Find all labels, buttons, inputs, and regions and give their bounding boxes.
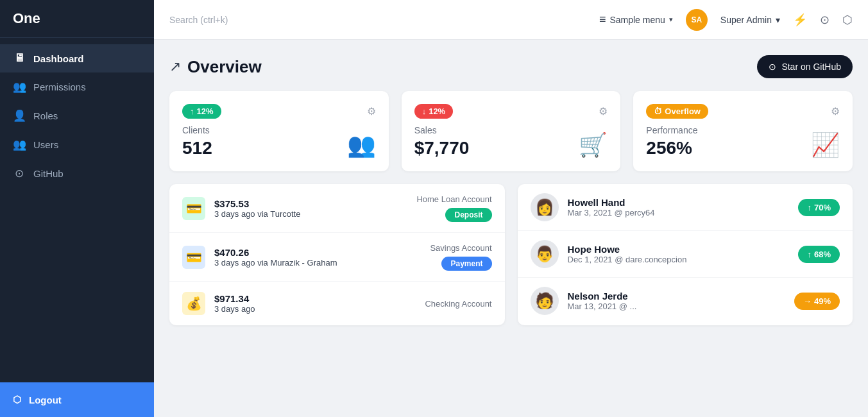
clients-badge: ↑ 12% <box>182 104 221 119</box>
txn-icon-3: 💰 <box>182 292 205 315</box>
clients-settings-icon[interactable]: ⚙ <box>367 105 376 117</box>
contact-avatar-1: 👩 <box>531 193 559 221</box>
contact-name-3: Nelson Jerde <box>568 291 785 302</box>
contact-info-2: Hope Howe Dec 1, 2021 @ dare.concepcion <box>568 244 790 264</box>
txn-time-3: 3 days ago <box>214 304 416 314</box>
transaction-row-1: 💳 $375.53 3 days ago via Turcotte Home L… <box>169 184 505 233</box>
clients-value: 512 <box>182 138 212 158</box>
txn-right-3: Checking Account <box>425 299 491 309</box>
github-star-button[interactable]: ⊙ Star on GitHub <box>757 55 853 78</box>
roles-icon: 👤 <box>13 109 26 123</box>
topbar: Search (ctrl+k) ≡ Sample menu ▾ SA Super… <box>154 0 868 40</box>
sidebar-label-permissions: Permissions <box>33 81 86 92</box>
wifi-icon[interactable]: ⚡ <box>793 13 807 27</box>
user-chevron-icon: ▾ <box>776 15 780 25</box>
logout-topbar-icon[interactable]: ⬡ <box>842 13 853 27</box>
contact-row-3: 🧑 Nelson Jerde Mar 13, 2021 @ ... → 49% <box>518 278 853 324</box>
github-btn-icon: ⊙ <box>769 62 776 72</box>
contact-badge-2: ↑ 68% <box>798 246 840 263</box>
performance-label: Performance <box>646 125 697 135</box>
txn-amount-2: $470.26 <box>214 247 421 258</box>
menu-chevron-icon: ▾ <box>669 15 673 24</box>
menu-label: Sample menu <box>609 15 665 25</box>
dashboard-icon: 🖥 <box>13 52 26 65</box>
stat-card-clients: ↑ 12% ⚙ Clients 512 👥 <box>169 91 389 171</box>
app-logo: One <box>0 0 154 38</box>
clients-icon: 👥 <box>347 132 376 158</box>
logout-button[interactable]: ⬡ Logout <box>0 382 154 417</box>
users-icon: 👥 <box>13 138 26 151</box>
stats-row: ↑ 12% ⚙ Clients 512 👥 ↓ <box>169 91 853 171</box>
stat-card-top-performance: ⏱ Overflow ⚙ <box>646 104 840 119</box>
sales-badge-label: 12% <box>429 106 445 116</box>
txn-details-3: $971.34 3 days ago <box>214 293 416 314</box>
clients-label: Clients <box>182 125 212 135</box>
sidebar: One 🖥 Dashboard 👥 Permissions 👤 Roles 👥 … <box>0 0 154 417</box>
txn-right-2: Savings Account Payment <box>430 243 491 271</box>
sidebar-label-github: GitHub <box>33 168 64 179</box>
clients-badge-arrow: ↑ <box>190 106 194 116</box>
performance-value: 256% <box>646 138 697 158</box>
stat-card-body-sales: Sales $7,770 🛒 <box>414 125 608 158</box>
txn-details-2: $470.26 3 days ago via Murazik - Graham <box>214 247 421 268</box>
sidebar-label-dashboard: Dashboard <box>33 53 83 64</box>
contact-avatar-3: 🧑 <box>531 287 559 315</box>
github-sidebar-icon: ⊙ <box>13 167 26 180</box>
contacts-panel: 👩 Howell Hand Mar 3, 2021 @ percy64 ↑ 70… <box>518 184 853 325</box>
github-icon[interactable]: ⊙ <box>820 13 830 27</box>
search-placeholder: Search (ctrl+k) <box>169 15 228 25</box>
user-menu[interactable]: Super Admin ▾ <box>720 15 780 25</box>
txn-amount-1: $375.53 <box>214 198 407 209</box>
logout-icon: ⬡ <box>13 394 21 405</box>
user-avatar: SA <box>686 9 708 31</box>
sidebar-label-users: Users <box>33 139 58 150</box>
contact-meta-2: Dec 1, 2021 @ dare.concepcion <box>568 255 790 264</box>
sales-label: Sales <box>414 125 470 135</box>
txn-time-1: 3 days ago via Turcotte <box>214 209 407 219</box>
txn-account-3: Checking Account <box>425 299 491 309</box>
sidebar-label-roles: Roles <box>33 110 58 121</box>
app-name: One <box>13 10 40 26</box>
sidebar-item-github[interactable]: ⊙ GitHub <box>0 159 154 188</box>
page-content: ↗ Overview ⊙ Star on GitHub ↑ 12% ⚙ <box>154 40 868 417</box>
sidebar-item-dashboard[interactable]: 🖥 Dashboard <box>0 44 154 72</box>
performance-settings-icon[interactable]: ⚙ <box>831 105 840 117</box>
transaction-row-2: 💳 $470.26 3 days ago via Murazik - Graha… <box>169 233 505 282</box>
txn-amount-3: $971.34 <box>214 293 416 304</box>
txn-account-2: Savings Account <box>430 243 491 253</box>
performance-icon: 📈 <box>811 132 840 158</box>
logout-label: Logout <box>29 395 62 405</box>
page-header: ↗ Overview ⊙ Star on GitHub <box>169 55 853 78</box>
stat-card-body-performance: Performance 256% 📈 <box>646 125 840 158</box>
performance-badge: ⏱ Overflow <box>646 104 708 119</box>
contact-badge-arrow-3: → <box>803 296 812 306</box>
sidebar-nav: 🖥 Dashboard 👥 Permissions 👤 Roles 👥 User… <box>0 38 154 382</box>
transaction-row-3: 💰 $971.34 3 days ago Checking Account <box>169 282 505 325</box>
txn-icon-1: 💳 <box>182 197 205 220</box>
txn-tag-deposit[interactable]: Deposit <box>445 208 491 222</box>
contact-badge-arrow-1: ↑ <box>807 203 812 212</box>
contact-name-2: Hope Howe <box>568 244 790 255</box>
contact-meta-3: Mar 13, 2021 @ ... <box>568 302 785 311</box>
contact-info-1: Howell Hand Mar 3, 2021 @ percy64 <box>568 197 790 217</box>
sidebar-item-users[interactable]: 👥 Users <box>0 130 154 159</box>
contact-name-1: Howell Hand <box>568 197 790 208</box>
sales-icon: 🛒 <box>579 132 608 158</box>
hamburger-icon: ≡ <box>599 13 606 26</box>
perf-badge-label: Overflow <box>665 106 701 116</box>
github-btn-label: Star on GitHub <box>781 62 841 72</box>
page-title: Overview <box>187 57 262 77</box>
txn-tag-payment[interactable]: Payment <box>441 257 491 271</box>
overview-icon: ↗ <box>169 58 181 75</box>
sidebar-item-roles[interactable]: 👤 Roles <box>0 101 154 130</box>
search-bar[interactable]: Search (ctrl+k) <box>169 15 589 25</box>
sales-settings-icon[interactable]: ⚙ <box>599 105 608 117</box>
sidebar-item-permissions[interactable]: 👥 Permissions <box>0 72 154 101</box>
sample-menu[interactable]: ≡ Sample menu ▾ <box>599 13 673 26</box>
stat-card-performance: ⏱ Overflow ⚙ Performance 256% 📈 <box>633 91 853 171</box>
contact-row-1: 👩 Howell Hand Mar 3, 2021 @ percy64 ↑ 70… <box>518 184 853 231</box>
stat-card-top-sales: ↓ 12% ⚙ <box>414 104 608 119</box>
clients-badge-label: 12% <box>197 106 214 116</box>
contact-badge-3: → 49% <box>794 293 840 310</box>
contact-badge-1: ↑ 70% <box>798 199 840 216</box>
